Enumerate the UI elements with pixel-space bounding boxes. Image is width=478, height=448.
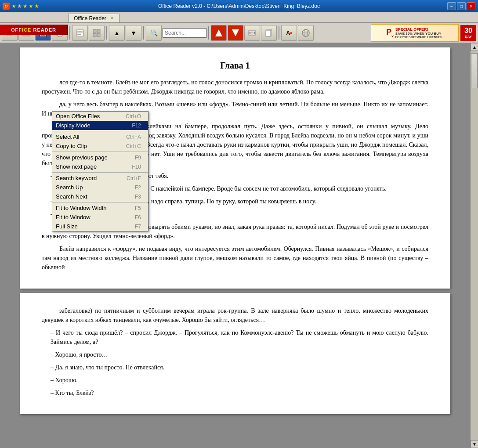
layout-button[interactable] <box>89 25 105 41</box>
menu-separator <box>52 152 148 152</box>
maximize-button[interactable]: □ <box>457 2 466 10</box>
prev-page-button[interactable]: ▲ <box>109 25 125 41</box>
menu-item-full-size[interactable]: Full SizeF7 <box>52 222 148 231</box>
day-badge: 30 DAY <box>460 25 476 41</box>
menu-separator <box>52 202 148 202</box>
context-menu[interactable]: Open Office FilesCtrl+ODisplay ModeF12Se… <box>52 111 148 231</box>
logo-text: offICE Reader <box>11 27 56 33</box>
svg-rect-23 <box>93 33 96 36</box>
tab-close-button[interactable]: ✕ <box>110 15 114 21</box>
menu-item-shortcut: Ctrl+O <box>126 113 141 119</box>
menu-item-shortcut: F3 <box>135 194 141 200</box>
fit-width-button[interactable] <box>244 25 260 41</box>
ad-foxpdf-logo: Pv <box>386 28 393 38</box>
menu-item-label: Search Up <box>56 184 83 191</box>
menu-item-shortcut: Ctrl+C <box>126 143 141 149</box>
menu-separator <box>52 131 148 131</box>
search-icon-button[interactable]: 🔍 <box>146 25 162 41</box>
ad-text: SPECIAL OFFER! SAVE 35% WHEN YOU BUY FOX… <box>395 27 443 39</box>
star-2: ★ <box>17 3 22 9</box>
app-icon: O <box>3 3 10 10</box>
main-area: Глава 1 лся где-то в темноте. Блейз не м… <box>0 43 478 448</box>
menu-item-label: Fit to Window <box>56 214 91 220</box>
scrollbar[interactable]: ▲ ▼ <box>470 43 478 448</box>
menu-item-fit-to-window-width[interactable]: Fit to Window WidthF5 <box>52 203 148 213</box>
title-bar-left: O ★ ★ ★ ★ ★ <box>3 3 39 10</box>
para-9: Блейз направился к «форду», не подавая в… <box>42 244 428 272</box>
para-p2-3: – Хорошо, я просто… <box>42 350 428 359</box>
document-tab[interactable]: Office Reader ✕ <box>68 14 120 22</box>
svg-rect-19 <box>77 33 83 33</box>
menu-item-open-office-files[interactable]: Open Office FilesCtrl+O <box>52 112 148 121</box>
separator-3 <box>143 26 144 40</box>
next-page-button[interactable]: ▼ <box>126 25 141 41</box>
separator-1 <box>69 26 70 40</box>
language-button[interactable] <box>298 25 314 41</box>
svg-rect-20 <box>77 34 81 35</box>
menu-item-search-up[interactable]: Search UpF2 <box>52 183 148 192</box>
menu-item-fit-to-window[interactable]: Fit to WindowF6 <box>52 213 148 222</box>
svg-rect-21 <box>93 29 96 33</box>
ad-banner[interactable]: Pv SPECIAL OFFER! SAVE 35% WHEN YOU BUY … <box>371 24 459 42</box>
svg-rect-18 <box>77 31 83 32</box>
tab-label: Office Reader <box>74 15 106 22</box>
para-p2-4: – Да, я знаю, что ты просто. Не отвлекай… <box>42 363 428 372</box>
menu-item-shortcut: Ctrl+F <box>127 175 141 181</box>
day-count: 30 DAY <box>464 27 472 39</box>
para-p2-2: – И чего ты сюда пришёл? – спросил Джорд… <box>42 328 428 347</box>
menu-item-shortcut: F5 <box>135 205 141 211</box>
scrollbar-track[interactable] <box>471 51 478 440</box>
menu-item-shortcut: F7 <box>135 224 141 230</box>
zoom-in-button[interactable] <box>211 25 227 41</box>
menu-item-label: Search keyword <box>56 175 97 181</box>
menu-item-label: Show next page <box>56 163 97 170</box>
pages-container[interactable]: Глава 1 лся где-то в темноте. Блейз не м… <box>0 43 478 448</box>
menu-item-label: Show previous page <box>56 154 108 161</box>
menu-item-shortcut: F10 <box>132 164 141 170</box>
title-bar: O ★ ★ ★ ★ ★ Office Reader v2.0 - C:\User… <box>0 0 478 12</box>
menu-separator <box>52 172 148 173</box>
menu-item-search-next[interactable]: Search NextF3 <box>52 192 148 201</box>
svg-marker-26 <box>232 29 239 36</box>
copy-button[interactable] <box>261 25 277 41</box>
separator-2 <box>106 26 107 40</box>
menu-item-label: Fit to Window Width <box>56 205 107 211</box>
menu-item-label: Copy to Clip <box>56 143 87 149</box>
app-logo: offICE Reader <box>0 25 68 35</box>
para-p2-6: – Кто ты, Блейз? <box>42 388 428 397</box>
view-button[interactable] <box>72 25 88 41</box>
zoom-out-button[interactable] <box>228 25 243 41</box>
star-5: ★ <box>34 3 39 9</box>
window-controls: − □ ✕ <box>447 2 475 10</box>
menu-item-search-keyword[interactable]: Search keywordCtrl+F <box>52 173 148 183</box>
minimize-button[interactable]: − <box>447 2 456 10</box>
svg-rect-24 <box>97 33 100 36</box>
menu-item-copy-to-clip[interactable]: Copy to ClipCtrl+C <box>52 141 148 151</box>
close-button[interactable]: ✕ <box>467 2 475 10</box>
scroll-up-button[interactable]: ▲ <box>471 43 478 51</box>
window-title: Office Reader v2.0 - C:\Users\Admin\Desk… <box>158 3 320 9</box>
para-p2-1: забегаловке) по пятничным и субботним ве… <box>42 306 428 325</box>
para-1: лся где-то в темноте. Блейз не мог его р… <box>42 78 428 96</box>
para-p2-5: – Хорошо. <box>42 376 428 385</box>
menu-item-shortcut: F2 <box>135 184 141 191</box>
svg-rect-32 <box>266 30 271 36</box>
menu-item-label: Display Mode <box>56 122 91 129</box>
rating-stars: ★ ★ ★ ★ ★ <box>11 3 39 9</box>
separator-4 <box>208 26 209 40</box>
menu-item-shortcut: F6 <box>135 214 141 220</box>
search-input[interactable] <box>163 28 206 38</box>
scrollbar-thumb[interactable] <box>471 53 478 88</box>
menu-item-show-previous-page[interactable]: Show previous pageF9 <box>52 153 148 162</box>
font-button[interactable]: Aa <box>281 25 297 41</box>
toolbar: ▲ ▼ 🔍 Aa Pv SPECIAL OFFER! SAVE 35% WHEN… <box>0 23 478 43</box>
menu-item-select-all[interactable]: Select AllCtrl+A <box>52 132 148 141</box>
star-3: ★ <box>23 3 28 9</box>
scroll-down-button[interactable]: ▼ <box>471 440 478 448</box>
svg-marker-25 <box>215 29 222 36</box>
menu-item-display-mode[interactable]: Display ModeF12 <box>52 121 148 130</box>
menu-item-show-next-page[interactable]: Show next pageF10 <box>52 162 148 171</box>
svg-rect-22 <box>97 29 100 33</box>
menu-item-shortcut: Ctrl+A <box>126 134 141 140</box>
star-1: ★ <box>11 3 16 9</box>
